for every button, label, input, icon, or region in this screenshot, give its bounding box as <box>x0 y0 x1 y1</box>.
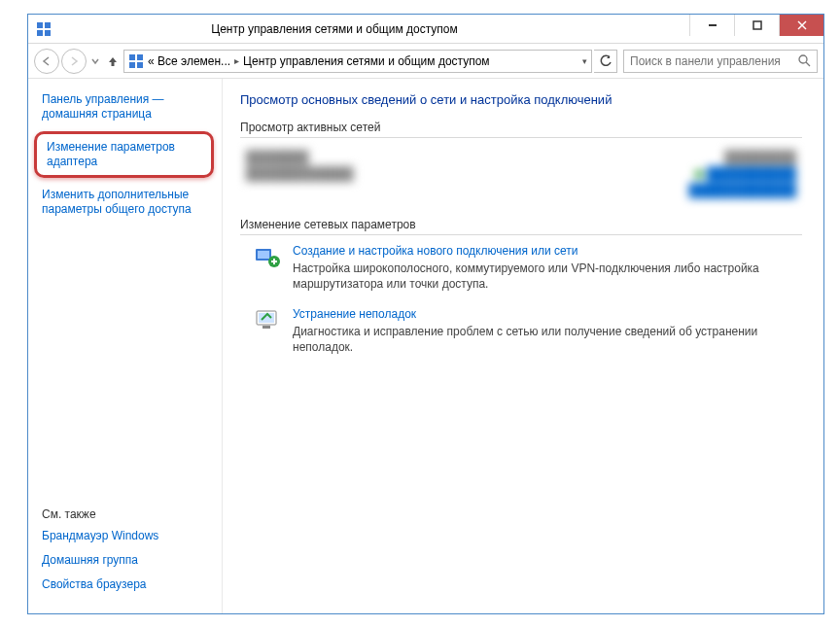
adapter-settings-link[interactable]: Изменение параметров адаптера <box>34 131 214 178</box>
active-networks-label: Просмотр активных сетей <box>240 121 802 138</box>
window-title: Центр управления сетями и общим доступом <box>0 22 689 36</box>
chevron-right-icon: ▸ <box>234 55 239 66</box>
titlebar: Центр управления сетями и общим доступом <box>28 15 823 44</box>
refresh-button[interactable] <box>594 50 617 73</box>
network-status-blurred: ████████ ██████████ ████████████ <box>688 150 796 214</box>
sidebar: Панель управления — домашняя страница Из… <box>28 79 223 613</box>
window-controls <box>689 15 823 36</box>
maximize-button[interactable] <box>734 15 779 36</box>
main-content: Просмотр основных сведений о сети и наст… <box>223 79 823 613</box>
browser-properties-link[interactable]: Свойства браузера <box>42 577 210 592</box>
window-frame: Центр управления сетями и общим доступом… <box>27 14 824 614</box>
svg-rect-8 <box>129 54 135 60</box>
recent-dropdown-icon[interactable] <box>91 56 99 66</box>
troubleshoot-icon <box>254 306 281 333</box>
svg-rect-5 <box>753 21 761 29</box>
svg-rect-9 <box>137 54 143 60</box>
svg-rect-11 <box>137 62 143 68</box>
advanced-sharing-link[interactable]: Изменить дополнительные параметры общего… <box>42 188 210 217</box>
forward-button[interactable] <box>61 49 87 74</box>
svg-rect-19 <box>262 326 270 329</box>
troubleshoot-desc: Диагностика и исправление проблем с сеть… <box>293 324 802 355</box>
search-icon <box>798 54 811 67</box>
close-button[interactable] <box>779 15 823 36</box>
new-connection-icon <box>254 243 281 270</box>
svg-point-12 <box>799 55 807 63</box>
control-panel-home-link[interactable]: Панель управления — домашняя страница <box>42 92 210 122</box>
minimize-button[interactable] <box>689 15 734 36</box>
location-icon <box>128 53 144 69</box>
task-new-connection: Создание и настройка нового подключения … <box>254 243 802 293</box>
svg-rect-10 <box>129 62 135 68</box>
page-heading: Просмотр основных сведений о сети и наст… <box>240 92 802 107</box>
address-bar: « Все элемен... ▸ Центр управления сетям… <box>28 44 823 79</box>
svg-line-13 <box>806 62 810 66</box>
change-settings-label: Изменение сетевых параметров <box>240 218 802 235</box>
content-body: Панель управления — домашняя страница Из… <box>28 79 823 613</box>
up-button[interactable] <box>104 49 122 74</box>
new-connection-link[interactable]: Создание и настройка нового подключения … <box>293 243 802 259</box>
chevron-down-icon[interactable]: ▾ <box>582 56 587 66</box>
breadcrumb-segment[interactable]: « Все элемен... <box>148 54 230 68</box>
troubleshoot-link[interactable]: Устранение неполадок <box>293 306 802 322</box>
active-networks-panel: ███████████████████ ████████ ██████████ … <box>240 146 802 214</box>
back-button[interactable] <box>34 49 59 74</box>
new-connection-desc: Настройка широкополосного, коммутируемог… <box>293 261 802 292</box>
search-input[interactable] <box>630 54 792 68</box>
network-name-blurred: ███████████████████ <box>246 150 354 214</box>
breadcrumb-bar[interactable]: « Все элемен... ▸ Центр управления сетям… <box>123 50 592 73</box>
svg-rect-15 <box>258 251 269 259</box>
breadcrumb-segment[interactable]: Центр управления сетями и общим доступом <box>243 54 490 68</box>
search-box[interactable] <box>623 50 818 73</box>
homegroup-link[interactable]: Домашняя группа <box>42 553 210 568</box>
see-also-heading: См. также <box>42 507 210 521</box>
task-troubleshoot: Устранение неполадок Диагностика и испра… <box>254 306 802 356</box>
firewall-link[interactable]: Брандмауэр Windows <box>42 529 210 543</box>
